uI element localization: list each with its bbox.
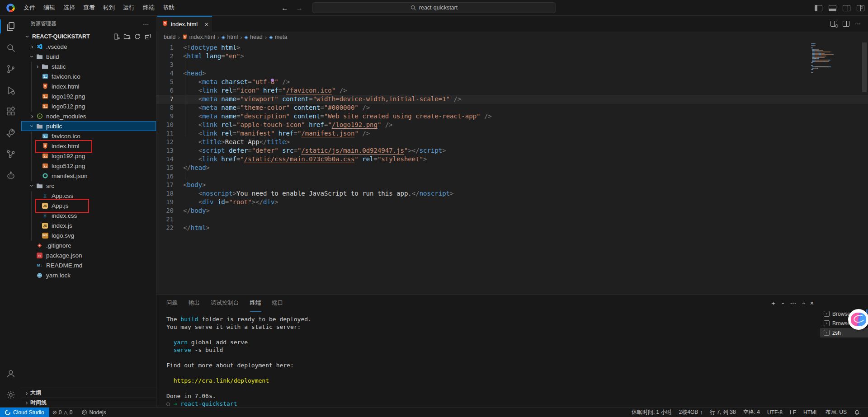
tab-index-html[interactable]: 5 index.html × <box>157 16 212 32</box>
outline-section[interactable]: › 大纲 <box>21 388 156 398</box>
runtime-status[interactable]: Nodejs <box>78 408 109 417</box>
command-center-search[interactable]: react-quickstart <box>312 2 556 13</box>
maximize-panel-icon[interactable]: › <box>800 302 806 304</box>
navigate-back-icon[interactable]: ← <box>281 4 288 12</box>
editor-more-actions-icon[interactable]: ⋯ <box>855 20 861 27</box>
menu-帮助[interactable]: 帮助 <box>159 2 179 13</box>
toggle-panel-icon[interactable] <box>829 5 836 11</box>
cloud-studio-status-button[interactable]: Cloud Studio <box>0 408 49 417</box>
tree-item-logo192.png[interactable]: logo192.png <box>21 91 156 101</box>
terminal-output[interactable]: The build folder is ready to be deployed… <box>166 315 311 408</box>
menu-选择[interactable]: 选择 <box>59 2 79 13</box>
breadcrumb-html[interactable]: ◈html <box>222 34 238 40</box>
breadcrumb-index.html[interactable]: 5index.html <box>182 34 215 40</box>
status-language-mode[interactable]: HTML <box>800 408 822 417</box>
new-folder-icon[interactable] <box>123 33 131 40</box>
activity-account-icon[interactable] <box>0 363 21 384</box>
ai-assistant-button[interactable] <box>848 309 868 330</box>
tree-item-package.json[interactable]: npackage.json <box>21 250 156 260</box>
activity-run-debug-icon[interactable] <box>0 80 21 101</box>
panel-tab-问题[interactable]: 问题 <box>166 295 178 312</box>
menu-转到[interactable]: 转到 <box>99 2 119 13</box>
tree-item-README.md[interactable]: M↓README.md <box>21 260 156 270</box>
code-editor[interactable]: 1<!doctype html>2<html lang="en">34<head… <box>156 42 868 232</box>
panel-tab-调试控制台[interactable]: 调试控制台 <box>211 295 239 312</box>
tab-close-icon[interactable]: × <box>205 21 208 28</box>
tree-item-yarn.lock[interactable]: yarn.lock <box>21 270 156 280</box>
editor-scrollbar[interactable] <box>862 42 867 92</box>
tree-item-App.css[interactable]: ΞApp.css <box>21 191 156 201</box>
refresh-icon[interactable] <box>134 33 141 40</box>
split-editor-icon[interactable] <box>843 21 849 27</box>
panel-more-actions-icon[interactable]: ⋯ <box>790 300 796 306</box>
tree-item-node_modules[interactable]: ›snode_modules <box>21 111 156 121</box>
navigate-forward-icon[interactable]: → <box>296 4 303 12</box>
new-file-icon[interactable] <box>113 33 120 40</box>
tree-item-logo192.png[interactable]: logo192.png <box>21 151 156 161</box>
customize-layout-icon[interactable] <box>857 5 864 11</box>
tree-item-App.js[interactable]: JSApp.js <box>21 201 156 211</box>
minimap[interactable] <box>811 43 856 73</box>
activity-search-icon[interactable] <box>0 37 21 58</box>
menu-文件[interactable]: 文件 <box>19 2 39 13</box>
activity-settings-icon[interactable] <box>0 384 21 405</box>
breadcrumb-build[interactable]: build <box>164 34 175 40</box>
status-indentation[interactable]: 空格: 4 <box>740 408 764 417</box>
tree-item-.gitignore[interactable]: .gitignore <box>21 240 156 250</box>
activity-circle-nodes-icon[interactable] <box>0 143 21 164</box>
chevron-right-icon: › <box>23 389 30 397</box>
new-terminal-icon[interactable]: ＋ <box>770 300 776 306</box>
tree-item-index.js[interactable]: JSindex.js <box>21 220 156 230</box>
activity-explorer-icon[interactable] <box>0 16 21 37</box>
notifications-bell-icon[interactable] <box>850 408 863 417</box>
tree-item-public[interactable]: ›public <box>21 121 156 131</box>
split-editor-search-icon[interactable] <box>830 21 837 27</box>
tree-item-static[interactable]: ›static <box>21 61 156 71</box>
panel-tab-输出[interactable]: 输出 <box>189 295 200 312</box>
breadcrumb-meta[interactable]: ◈meta <box>269 34 287 40</box>
toggle-primary-sidebar-icon[interactable] <box>815 5 822 11</box>
panel-tab-终端[interactable]: 终端 <box>250 295 261 312</box>
menu-查看[interactable]: 查看 <box>79 2 99 13</box>
tree-item-index.css[interactable]: Ξindex.css <box>21 211 156 220</box>
activity-extensions-icon[interactable] <box>0 101 21 122</box>
breadcrumb-head[interactable]: ◈head <box>245 34 263 40</box>
tree-item-index.html[interactable]: 5index.html <box>21 141 156 151</box>
tree-item-.vscode[interactable]: ›.vscode <box>21 42 156 52</box>
tree-item-logo512.png[interactable]: logo512.png <box>21 101 156 111</box>
tree-item-build[interactable]: ›build <box>21 52 156 61</box>
status-keyboard-layout[interactable]: 布局: US <box>822 408 850 417</box>
tree-item-src[interactable]: ›src <box>21 181 156 191</box>
status-machine-spec[interactable]: 2核4GB↑ <box>675 408 707 417</box>
tree-item-logo512.png[interactable]: logo512.png <box>21 161 156 171</box>
code-line-20: 20</body> <box>156 206 868 215</box>
terminal-dropdown-icon[interactable]: › <box>780 302 786 304</box>
status-eol[interactable]: LF <box>786 408 800 417</box>
status-encoding[interactable]: UTF-8 <box>764 408 786 417</box>
activity-rocket-icon[interactable] <box>0 122 21 143</box>
close-panel-icon[interactable]: × <box>810 300 814 306</box>
menu-运行[interactable]: 运行 <box>119 2 139 13</box>
tree-item-favicon.ico[interactable]: favicon.ico <box>21 71 156 81</box>
status-sleep-time[interactable]: 休眠时间: 1 小时 <box>628 408 675 417</box>
line-number: 2 <box>156 52 183 61</box>
menu-终端[interactable]: 终端 <box>139 2 159 13</box>
tree-item-index.html[interactable]: 5index.html <box>21 81 156 91</box>
tree-item-logo.svg[interactable]: SVGlogo.svg <box>21 230 156 240</box>
activity-robot-icon[interactable] <box>0 164 21 186</box>
terminal-line: The build folder is ready to be deployed… <box>166 315 311 323</box>
editor-actions: ⋯ <box>830 16 861 32</box>
explorer-more-actions-icon[interactable]: ⋯ <box>143 20 150 28</box>
collapse-all-icon[interactable] <box>144 33 151 40</box>
status-cursor-position[interactable]: 行 7, 列 38 <box>706 408 739 417</box>
panel-tab-端口[interactable]: 端口 <box>272 295 283 312</box>
tree-item-favicon.ico[interactable]: favicon.ico <box>21 131 156 141</box>
timeline-section[interactable]: › 时间线 <box>21 398 156 407</box>
menu-编辑[interactable]: 编辑 <box>39 2 59 13</box>
toggle-secondary-sidebar-icon[interactable] <box>843 5 850 11</box>
activity-source-control-icon[interactable] <box>0 58 21 80</box>
problems-status[interactable]: ⊘ 0 △ 0 <box>49 408 76 417</box>
folder-icon <box>36 53 43 60</box>
tree-root-folder[interactable]: › REACT-QUICKSTART <box>21 32 156 42</box>
tree-item-manifest.json[interactable]: manifest.json <box>21 171 156 181</box>
